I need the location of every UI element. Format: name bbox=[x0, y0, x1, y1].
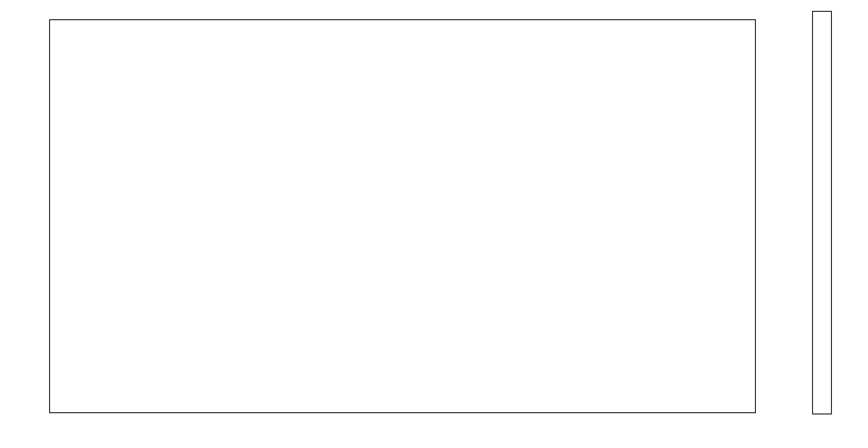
colorbar-gradient bbox=[813, 12, 831, 414]
spectrogram-heatmap bbox=[50, 20, 755, 412]
spectrogram-figure bbox=[0, 0, 868, 448]
